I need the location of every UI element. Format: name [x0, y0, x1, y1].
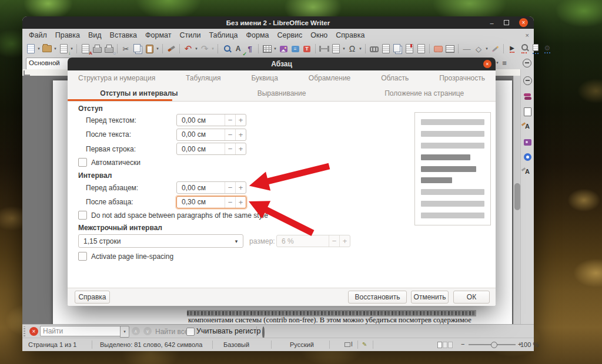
dialog-titlebar[interactable]: Абзац ×: [68, 58, 496, 70]
minimize-button[interactable]: –: [487, 18, 496, 27]
menu-item[interactable]: Справка: [332, 30, 369, 41]
zoom-out-icon[interactable]: −: [461, 341, 464, 348]
sidebar-navigator-icon[interactable]: [521, 151, 534, 163]
spinbox[interactable]: 0,00 см − +: [176, 181, 246, 194]
zoom-level[interactable]: 100 %: [520, 341, 539, 348]
insert-text-box-button[interactable]: T: [301, 43, 313, 55]
toolbar-grip[interactable]: [24, 326, 25, 336]
special-character-dropdown-icon[interactable]: ▾: [358, 43, 363, 55]
find-next-button[interactable]: ∨: [143, 327, 152, 335]
find-replace-icon[interactable]: [262, 328, 263, 338]
undo-button[interactable]: ↶: [182, 43, 194, 55]
spin-minus-button[interactable]: −: [225, 129, 235, 140]
insert-image-button[interactable]: [277, 43, 289, 55]
autocorrect-button[interactable]: ▶: [506, 43, 518, 55]
zoom-slider-knob[interactable]: [491, 342, 497, 348]
same-style-checkbox[interactable]: [78, 211, 87, 220]
sidebar-properties-icon[interactable]: [521, 75, 534, 86]
spelling-button[interactable]: A✓: [232, 43, 244, 55]
menu-item[interactable]: Окно: [306, 30, 332, 41]
sidebar-styles-icon[interactable]: A: [521, 166, 534, 177]
spin-minus-button[interactable]: −: [225, 143, 235, 154]
dialog-tab[interactable]: Выравнивание: [210, 86, 353, 101]
dialog-tab[interactable]: Отступы и интервалы: [68, 86, 210, 101]
sidebar-settings-icon[interactable]: [521, 57, 533, 69]
insert-table-dropdown-icon[interactable]: ▾: [273, 43, 277, 55]
cancel-button[interactable]: Отменить: [411, 291, 449, 304]
dialog-tab[interactable]: Область: [381, 74, 409, 82]
paragraph-style-combobox[interactable]: Основной: [26, 58, 74, 70]
line-spacing-dropdown[interactable]: 1,15 строки ▾: [78, 234, 243, 248]
insert-endnote-button[interactable]: [392, 43, 403, 55]
print-button[interactable]: [91, 43, 103, 55]
dialog-tab[interactable]: Буквица: [251, 74, 278, 82]
export-pdf-button[interactable]: A: [79, 43, 91, 55]
spin-value[interactable]: 0,00 см: [177, 130, 225, 139]
close-button[interactable]: ×: [519, 18, 528, 27]
redo-dropdown-icon[interactable]: ▾: [210, 43, 215, 55]
new-document-button[interactable]: [25, 43, 36, 55]
dialog-tab[interactable]: Обрамление: [309, 74, 350, 82]
autospellcheck-button[interactable]: [518, 43, 530, 55]
find-input[interactable]: [40, 326, 122, 336]
menu-item[interactable]: Вставка: [106, 30, 141, 41]
spin-minus-button[interactable]: −: [225, 197, 235, 208]
signature-status-icon[interactable]: ✎: [362, 341, 367, 348]
find-all-label[interactable]: Найти все: [155, 328, 189, 336]
paste-button[interactable]: [143, 43, 155, 55]
dialog-close-button[interactable]: ×: [483, 60, 491, 68]
reset-button[interactable]: Восстановить: [348, 291, 407, 304]
page-line-spacing-checkbox[interactable]: [78, 252, 87, 261]
special-character-button[interactable]: Ω: [346, 43, 358, 55]
spin-value[interactable]: 0,30 см: [177, 198, 225, 206]
close-document-icon[interactable]: ×: [526, 32, 529, 39]
spinbox[interactable]: 0,30 см − +: [176, 196, 246, 208]
sidebar-gallery-icon[interactable]: [521, 136, 534, 148]
paragraph-spacing-icon[interactable]: ≡: [501, 57, 508, 69]
find-close-button[interactable]: ×: [29, 327, 38, 336]
match-case-label[interactable]: Учитывать регистр: [196, 327, 260, 335]
formatting-marks-button[interactable]: ¶: [244, 43, 256, 55]
dialog-tab[interactable]: Положение на странице: [353, 86, 496, 101]
automatic-checkbox-label[interactable]: Автоматически: [91, 159, 141, 167]
overwrite-mode-indicator[interactable]: I: [345, 341, 353, 348]
spin-minus-button[interactable]: −: [225, 182, 235, 193]
word-count-status[interactable]: Выделено: 81 слово, 642 символа: [100, 341, 202, 348]
insert-field-dropdown-icon[interactable]: ▾: [342, 43, 346, 55]
redo-button[interactable]: ↷: [199, 43, 210, 55]
insert-bookmark-button[interactable]: [403, 43, 415, 55]
sidebar-page-icon[interactable]: [521, 106, 534, 117]
insert-frame-button[interactable]: [444, 43, 456, 55]
window-titlebar[interactable]: Без имени 2 - LibreOffice Writer – ×: [22, 16, 534, 29]
menu-item[interactable]: Стили: [175, 30, 205, 41]
save-button[interactable]: ↓: [58, 43, 69, 55]
match-case-checkbox[interactable]: [186, 328, 195, 336]
scrollbar-thumb[interactable]: [514, 183, 520, 210]
spin-plus-button[interactable]: +: [235, 129, 246, 140]
language-status[interactable]: Русский: [290, 341, 314, 348]
single-page-view-icon[interactable]: [437, 342, 442, 348]
spin-plus-button[interactable]: +: [235, 143, 246, 154]
undo-dropdown-icon[interactable]: ▾: [194, 43, 199, 55]
find-replace-button[interactable]: [220, 43, 232, 55]
page-style-status[interactable]: Базовый: [223, 341, 249, 348]
new-document-dropdown-icon[interactable]: ▾: [36, 43, 41, 55]
menu-item[interactable]: Формат: [141, 30, 175, 41]
insert-table-button[interactable]: [261, 43, 273, 55]
spinbox[interactable]: 0,00 см − +: [176, 143, 246, 155]
menu-item[interactable]: Правка: [51, 30, 84, 41]
insert-cross-reference-button[interactable]: [415, 43, 427, 55]
insert-page-break-button[interactable]: [318, 43, 330, 55]
redact-button[interactable]: [530, 43, 541, 55]
open-file-dropdown-icon[interactable]: ▾: [53, 43, 58, 55]
clone-formatting-button[interactable]: [165, 43, 177, 55]
insert-hyperlink-button[interactable]: [368, 43, 380, 55]
insert-comment-button[interactable]: [432, 43, 444, 55]
find-previous-button[interactable]: ∧: [132, 327, 140, 335]
same-style-checkbox-label[interactable]: Do not add space between paragraphs of t…: [91, 211, 268, 220]
page-line-spacing-checkbox-label[interactable]: Activate page line-spacing: [91, 252, 173, 261]
book-view-icon[interactable]: [448, 342, 453, 348]
automatic-checkbox[interactable]: [78, 158, 87, 167]
spin-value[interactable]: 0,00 см: [177, 145, 225, 153]
ok-button[interactable]: ОК: [453, 291, 490, 304]
